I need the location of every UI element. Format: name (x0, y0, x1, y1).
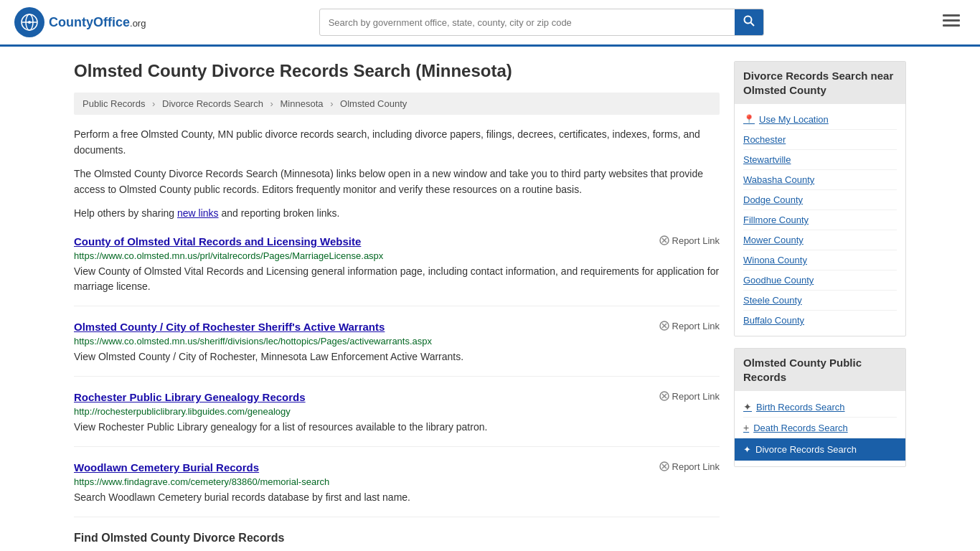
svg-rect-7 (943, 14, 960, 17)
link-card: Olmsted County / City of Rochester Sheri… (74, 321, 720, 377)
public-records-link[interactable]: ✦Birth Records Search (743, 397, 897, 418)
location-icon: 📍 (743, 114, 755, 125)
svg-point-4 (28, 21, 31, 24)
breadcrumb-public-records[interactable]: Public Records (83, 98, 145, 109)
link-card-header: County of Olmsted Vital Records and Lice… (74, 235, 720, 248)
pr-link-label: Birth Records Search (756, 402, 845, 413)
description-2: The Olmsted County Divorce Records Searc… (74, 166, 720, 198)
description-area: Perform a free Olmsted County, MN public… (74, 126, 720, 221)
nearby-box: Divorce Records Search near Olmsted Coun… (734, 61, 906, 336)
link-card-url[interactable]: http://rochesterpubliclibrary.libguides.… (74, 406, 720, 417)
public-records-link[interactable]: +Death Records Search (743, 418, 897, 438)
public-records-content: ✦Birth Records Search+Death Records Sear… (735, 391, 905, 466)
link-card-url[interactable]: https://www.co.olmsted.mn.us/prl/vitalre… (74, 250, 720, 261)
pr-link-label: Death Records Search (753, 423, 848, 433)
nearby-link[interactable]: Mower County (743, 230, 897, 250)
public-records-active-link[interactable]: ✦Divorce Records Search (735, 438, 905, 461)
search-button[interactable] (735, 9, 763, 35)
link-cards: County of Olmsted Vital Records and Lice… (74, 235, 720, 517)
link-card-header: Woodlawn Cemetery Burial Records Report … (74, 461, 720, 474)
link-card-desc: Search Woodlawn Cemetery burial records … (74, 490, 720, 505)
search-input[interactable] (320, 11, 735, 34)
link-card-title[interactable]: Rochester Public Library Genealogy Recor… (74, 391, 306, 403)
link-card: County of Olmsted Vital Records and Lice… (74, 235, 720, 306)
link-card-title[interactable]: Olmsted County / City of Rochester Sheri… (74, 321, 385, 333)
nearby-link[interactable]: Stewartville (743, 150, 897, 170)
description-1: Perform a free Olmsted County, MN public… (74, 126, 720, 159)
new-links-link[interactable]: new links (177, 207, 219, 219)
pr-link-icon: ✦ (743, 401, 752, 413)
link-card-title[interactable]: County of Olmsted Vital Records and Lice… (74, 235, 361, 248)
breadcrumb: Public Records › Divorce Records Search … (74, 93, 720, 115)
main-content: Olmsted County Divorce Records Search (M… (74, 61, 720, 545)
report-link-button[interactable]: Report Link (659, 461, 720, 472)
svg-rect-8 (943, 19, 960, 22)
link-card-url[interactable]: https://www.co.olmsted.mn.us/sheriff/div… (74, 336, 720, 347)
report-link-button[interactable]: Report Link (659, 321, 720, 331)
nearby-link[interactable]: Dodge County (743, 190, 897, 210)
nearby-link[interactable]: Fillmore County (743, 210, 897, 230)
nearby-link[interactable]: Wabasha County (743, 170, 897, 190)
link-card-desc: View County of Olmsted Vital Records and… (74, 264, 720, 294)
search-bar (319, 9, 764, 36)
svg-point-5 (744, 17, 751, 24)
link-card-url[interactable]: https://www.findagrave.com/cemetery/8386… (74, 476, 720, 487)
public-records-title: Olmsted County Public Records (735, 349, 905, 391)
link-card-header: Rochester Public Library Genealogy Recor… (74, 391, 720, 403)
breadcrumb-divorce-records[interactable]: Divorce Records Search (162, 98, 263, 109)
logo-text: CountyOffice.org (49, 15, 146, 30)
link-card-header: Olmsted County / City of Rochester Sheri… (74, 321, 720, 333)
breadcrumb-minnesota[interactable]: Minnesota (281, 98, 324, 109)
link-card: Rochester Public Library Genealogy Recor… (74, 391, 720, 447)
nearby-content: 📍 Use My Location RochesterStewartvilleW… (735, 104, 905, 336)
nearby-title: Divorce Records Search near Olmsted Coun… (735, 62, 905, 104)
link-card: Woodlawn Cemetery Burial Records Report … (74, 461, 720, 517)
nearby-link[interactable]: Winona County (743, 250, 897, 270)
use-my-location-link[interactable]: 📍 Use My Location (743, 110, 897, 130)
report-link-button[interactable]: Report Link (659, 391, 720, 402)
report-link-button[interactable]: Report Link (659, 235, 720, 246)
find-section-heading: Find Olmsted County Divorce Records (74, 532, 720, 545)
link-card-desc: View Rochester Public Library genealogy … (74, 420, 720, 435)
nearby-link[interactable]: Rochester (743, 130, 897, 150)
breadcrumb-olmsted[interactable]: Olmsted County (340, 98, 407, 109)
nearby-link[interactable]: Goodhue County (743, 270, 897, 291)
link-card-title[interactable]: Woodlawn Cemetery Burial Records (74, 461, 259, 474)
svg-line-6 (750, 23, 754, 27)
svg-rect-9 (943, 24, 960, 27)
sidebar: Divorce Records Search near Olmsted Coun… (734, 61, 906, 545)
public-records-box: Olmsted County Public Records ✦Birth Rec… (734, 348, 906, 467)
description-3: Help others by sharing new links and rep… (74, 205, 720, 221)
pr-link-icon: + (743, 422, 749, 433)
active-link-icon: ✦ (743, 444, 751, 455)
menu-button[interactable] (937, 10, 966, 34)
header: CountyOffice.org (0, 0, 980, 47)
page-container: Olmsted County Divorce Records Search (M… (60, 47, 920, 551)
page-title: Olmsted County Divorce Records Search (M… (74, 61, 720, 81)
nearby-links: RochesterStewartvilleWabasha CountyDodge… (743, 130, 897, 330)
link-card-desc: View Olmsted County / City of Rochester,… (74, 349, 720, 364)
active-link-label: Divorce Records Search (755, 444, 857, 455)
nearby-link[interactable]: Steele County (743, 291, 897, 311)
nearby-link[interactable]: Buffalo County (743, 311, 897, 330)
logo-area: CountyOffice.org (14, 7, 146, 37)
public-records-links: ✦Birth Records Search+Death Records Sear… (743, 397, 897, 461)
logo-icon (14, 7, 44, 37)
